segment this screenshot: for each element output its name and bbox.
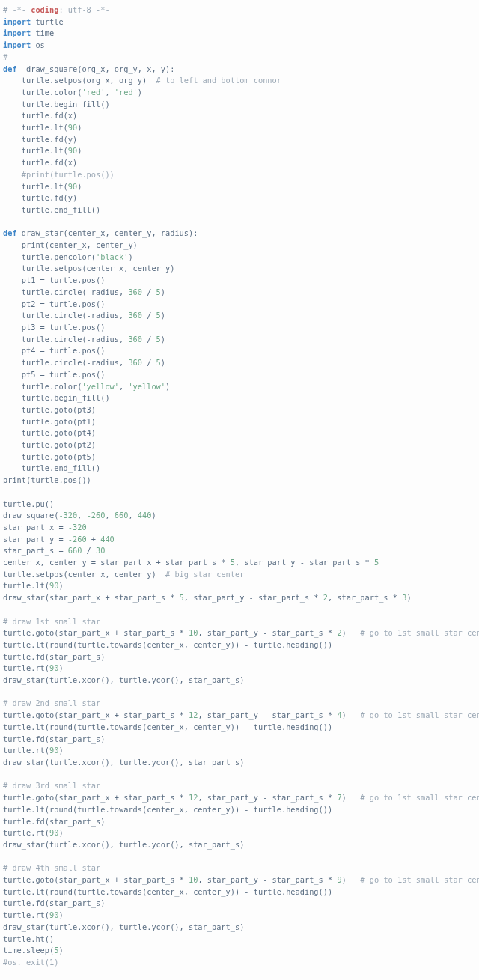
code-token: ) bbox=[342, 793, 361, 802]
code-token: turtle.fd(x) bbox=[3, 158, 77, 167]
code-line: star_part_x = -320 bbox=[3, 523, 87, 532]
code-line: turtle.rt(90) bbox=[3, 910, 64, 919]
code-token: turtle.goto(star_part_x + star_part_s * bbox=[3, 628, 189, 637]
code-line: turtle.begin_fill() bbox=[3, 100, 110, 109]
code-token: 'red' bbox=[115, 88, 138, 97]
code-token: ) bbox=[138, 88, 142, 97]
code-token: ) bbox=[151, 511, 156, 520]
code-line: turtle.circle(-radius, 360 / 5) bbox=[3, 311, 165, 320]
code-token: turtle.begin_fill() bbox=[3, 100, 110, 109]
code-token: ) bbox=[161, 287, 165, 296]
code-token: # go to 1st small star center bbox=[360, 875, 479, 884]
code-token: / bbox=[82, 546, 96, 555]
code-token: / bbox=[142, 287, 156, 296]
code-token: 660 bbox=[115, 511, 129, 520]
code-token: ) bbox=[161, 358, 165, 367]
code-token: , star_part_y - star_part_s * bbox=[198, 710, 337, 719]
code-line: print(turtle.pos()) bbox=[3, 475, 91, 484]
code-token: 10 bbox=[189, 875, 198, 884]
code-line: turtle.goto(star_part_x + star_part_s * … bbox=[3, 875, 479, 884]
code-line: import turtle bbox=[3, 17, 64, 26]
code-token: , star_part_y - star_part_s * bbox=[235, 558, 374, 567]
code-line: # draw 1st small star bbox=[3, 617, 100, 626]
code-line: def draw_star(center_x, center_y, radius… bbox=[3, 228, 198, 237]
code-token: turtle.rt( bbox=[3, 828, 49, 837]
code-token: 90 bbox=[68, 123, 77, 132]
code-token: draw_star(center_x, center_y, radius): bbox=[17, 228, 198, 237]
code-token: # go to 1st small star center bbox=[360, 793, 479, 802]
code-line: # draw 3rd small star bbox=[3, 781, 100, 790]
code-line: draw_star(turtle.xcor(), turtle.ycor(), … bbox=[3, 922, 244, 931]
code-token: turtle.setpos(center_x, center_y) bbox=[3, 264, 174, 273]
code-line: pt4 = turtle.pos() bbox=[3, 346, 105, 355]
code-token: turtle.goto(star_part_x + star_part_s * bbox=[3, 710, 189, 719]
code-block: # -*- coding: utf-8 -*- import turtle im… bbox=[0, 0, 479, 980]
code-token: 10 bbox=[189, 628, 198, 637]
code-line: turtle.lt(90) bbox=[3, 123, 82, 132]
code-token: -320 bbox=[68, 523, 87, 532]
code-line: center_x, center_y = star_part_x + star_… bbox=[3, 558, 379, 567]
code-token: def bbox=[3, 228, 17, 237]
code-line: pt3 = turtle.pos() bbox=[3, 323, 105, 332]
code-token: -320 bbox=[58, 511, 77, 520]
code-line: print(center_x, center_y) bbox=[3, 240, 138, 249]
code-line: turtle.pencolor('black') bbox=[3, 252, 133, 261]
code-line: turtle.goto(star_part_x + star_part_s * … bbox=[3, 628, 479, 637]
code-token: # go to 1st small star center bbox=[360, 710, 479, 719]
code-token bbox=[3, 170, 22, 179]
code-token: time.sleep( bbox=[3, 946, 54, 955]
code-token: ) bbox=[58, 910, 63, 919]
code-token: ) bbox=[77, 146, 82, 155]
code-token: turtle.lt( bbox=[3, 581, 49, 590]
code-line: star_part_y = -260 + 440 bbox=[3, 535, 115, 544]
code-line: pt5 = turtle.pos() bbox=[3, 370, 105, 379]
code-line: draw_star(star_part_x + star_part_s * 5,… bbox=[3, 593, 412, 602]
code-line: turtle.setpos(center_x, center_y) # big … bbox=[3, 570, 244, 579]
code-token: turtle.rt( bbox=[3, 746, 49, 755]
code-line: turtle.fd(x) bbox=[3, 111, 77, 120]
code-token: 90 bbox=[49, 663, 58, 672]
code-line: turtle.lt(90) bbox=[3, 182, 82, 191]
code-token: turtle.lt( bbox=[3, 182, 68, 191]
code-line: turtle.goto(pt1) bbox=[3, 417, 96, 426]
code-token: ) bbox=[58, 746, 63, 755]
code-token: print(center_x, center_y) bbox=[3, 240, 138, 249]
code-token: 'yellow' bbox=[82, 382, 119, 391]
code-token: turtle.rt( bbox=[3, 910, 49, 919]
code-line: turtle.goto(pt4) bbox=[3, 428, 96, 437]
code-token: star_part_s = bbox=[3, 546, 68, 555]
code-token: turtle.goto(pt2) bbox=[3, 440, 96, 449]
code-token: turtle.setpos(org_x, org_y) bbox=[3, 76, 156, 85]
code-line: draw_square(-320, -260, 660, 440) bbox=[3, 511, 156, 520]
code-token: turtle.circle(-radius, bbox=[3, 335, 128, 344]
code-line: turtle.fd(y) bbox=[3, 193, 77, 202]
code-token: pt2 = turtle.pos() bbox=[3, 299, 105, 308]
code-token: turtle.lt(round(turtle.towards(center_x,… bbox=[3, 722, 332, 731]
code-token: # bbox=[3, 52, 7, 61]
code-token: 90 bbox=[49, 910, 58, 919]
code-token: turtle.goto(pt4) bbox=[3, 428, 96, 437]
code-token: #os._exit(1) bbox=[3, 958, 58, 967]
code-token: turtle.fd(x) bbox=[3, 111, 77, 120]
code-token: ) bbox=[165, 382, 170, 391]
code-token: 'red' bbox=[82, 88, 105, 97]
code-token: # draw 2nd small star bbox=[3, 699, 100, 707]
code-token: turtle.goto(pt5) bbox=[3, 452, 96, 461]
code-token: 360 bbox=[128, 358, 142, 367]
code-token: draw_star(turtle.xcor(), turtle.ycor(), … bbox=[3, 840, 244, 849]
code-token: 360 bbox=[128, 287, 142, 296]
code-token: 30 bbox=[96, 546, 105, 555]
code-line: turtle.end_fill() bbox=[3, 205, 100, 214]
code-token: turtle.lt(round(turtle.towards(center_x,… bbox=[3, 640, 332, 649]
code-line: turtle.circle(-radius, 360 / 5) bbox=[3, 335, 165, 344]
code-token: 360 bbox=[128, 335, 142, 344]
code-line: def draw_square(org_x, org_y, x, y): bbox=[3, 64, 174, 73]
code-token: turtle.lt( bbox=[3, 146, 68, 155]
code-token: draw_square(org_x, org_y, x, y): bbox=[17, 64, 175, 73]
code-token: 440 bbox=[100, 535, 115, 544]
code-line: turtle.color('yellow', 'yellow') bbox=[3, 382, 170, 391]
code-line: turtle.lt(90) bbox=[3, 146, 82, 155]
code-line: turtle.lt(90) bbox=[3, 581, 64, 590]
code-token: , bbox=[119, 382, 128, 391]
code-token: pt4 = turtle.pos() bbox=[3, 346, 105, 355]
